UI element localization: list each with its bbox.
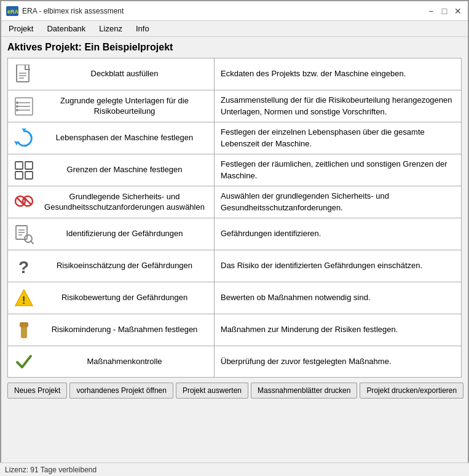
step-left-sicherheit: Grundlegende Sicherheits- und Gesundheit…	[8, 186, 215, 218]
safety-icon	[13, 191, 35, 213]
bottom-buttons: Neues Projektvorhandenes Projekt öffnenP…	[7, 383, 462, 399]
step-desc-lebensphasen: Festlegen der einzelnen Lebensphasen übe…	[215, 122, 461, 154]
search-doc-icon	[13, 223, 35, 245]
step-desc-identifizierung: Gefährdungen identifizieren.	[215, 218, 461, 250]
svg-point-10	[16, 101, 18, 104]
step-label-sicherheit: Grundlegende Sicherheits- und Gesundheit…	[40, 192, 209, 213]
step-label-risikoeinschaetzung: Risikoeinschätzung der Gefährdungen	[40, 261, 209, 271]
grid-icon	[13, 159, 35, 181]
step-row-identifizierung[interactable]: Identifizierung der GefährdungenGefährdu…	[7, 218, 462, 250]
step-left-lebensphasen: Lebensphasen der Maschine festlegen	[8, 122, 215, 154]
warning-icon: !	[13, 287, 35, 309]
svg-point-11	[16, 105, 18, 108]
step-left-risikobewertung: !Risikobewertung der Gefährdungen	[8, 282, 215, 314]
main-content: Aktives Projekt: Ein Beispielprojekt Dec…	[1, 37, 468, 418]
svg-rect-15	[15, 162, 23, 169]
cycle-icon	[13, 127, 35, 149]
maximize-button[interactable]: □	[439, 6, 449, 16]
menu-datenbank[interactable]: Datenbank	[43, 23, 89, 34]
menu-info[interactable]: Info	[132, 23, 153, 34]
step-desc-grenzen: Festlegen der räumlichen, zeitlichen und…	[215, 154, 461, 186]
step-row-risikobewertung[interactable]: !Risikobewertung der GefährdungenBewerte…	[7, 282, 462, 314]
step-row-massnahmenkontrolle[interactable]: MaßnahmenkontrolleÜberprüfung der zuvor …	[7, 346, 462, 378]
minimize-button[interactable]: −	[426, 6, 436, 16]
step-label-unterlagen: Zugrunde gelegte Unterlagen für die Risi…	[40, 96, 209, 117]
svg-line-28	[31, 241, 33, 244]
window-controls: − □ ✕	[426, 6, 463, 16]
massnahmenblatter-button[interactable]: Massnahmenblätter drucken	[251, 383, 357, 399]
svg-text:?: ?	[18, 258, 29, 276]
menu-projekt[interactable]: Projekt	[5, 23, 37, 34]
projekt-drucken-button[interactable]: Projekt drucken/exportieren	[360, 383, 463, 399]
step-row-lebensphasen[interactable]: Lebensphasen der Maschine festlegenFestl…	[7, 122, 462, 154]
step-label-massnahmenkontrolle: Maßnahmenkontrolle	[40, 357, 209, 367]
step-desc-risikominderung: Maßnahmen zur Minderung der Risiken fest…	[215, 314, 461, 346]
step-row-risikoeinschaetzung[interactable]: ?Risikoeinschätzung der GefährdungenDas …	[7, 250, 462, 282]
step-desc-risikoeinschaetzung: Das Risiko der identifizierten Gefährdun…	[215, 250, 461, 282]
step-left-risikominderung: Risikominderung - Maßnahmen festlegen	[8, 314, 215, 346]
menu-lizenz[interactable]: Lizenz	[95, 23, 126, 34]
close-button[interactable]: ✕	[453, 6, 463, 16]
project-title: Aktives Projekt: Ein Beispielprojekt	[7, 42, 462, 53]
step-left-identifizierung: Identifizierung der Gefährdungen	[8, 218, 215, 250]
step-label-grenzen: Grenzen der Maschine festlegen	[40, 165, 209, 175]
step-desc-risikobewertung: Bewerten ob Maßnahmen notwendig sind.	[215, 282, 461, 314]
step-desc-deckblatt: Eckdaten des Projekts bzw. der Maschine …	[215, 58, 461, 90]
svg-rect-16	[25, 162, 33, 169]
step-label-lebensphasen: Lebensphasen der Maschine festlegen	[40, 133, 209, 143]
step-label-risikobewertung: Risikobewertung der Gefährdungen	[40, 293, 209, 303]
step-label-risikominderung: Risikominderung - Maßnahmen festlegen	[40, 325, 209, 335]
vorhandenes-projekt-button[interactable]: vorhandenes Projekt öffnen	[69, 383, 173, 399]
step-desc-massnahmenkontrolle: Überprüfung der zuvor festgelegten Maßna…	[215, 346, 461, 377]
svg-rect-18	[25, 172, 33, 179]
tool-icon	[13, 319, 35, 341]
steps-list: Deckblatt ausfüllenEckdaten des Projekts…	[7, 58, 462, 378]
projekt-auswerten-button[interactable]: Projekt auswerten	[176, 383, 248, 399]
document-icon	[13, 63, 35, 85]
step-label-deckblatt: Deckblatt ausfüllen	[40, 69, 209, 79]
neues-projekt-button[interactable]: Neues Projekt	[7, 383, 67, 399]
app-logo: eRA	[6, 6, 18, 16]
step-row-unterlagen[interactable]: Zugrunde gelegte Unterlagen für die Risi…	[7, 90, 462, 122]
status-bar: Lizenz: 91 Tage verbleibend	[0, 462, 469, 476]
step-row-grenzen[interactable]: Grenzen der Maschine festlegenFestlegen …	[7, 154, 462, 186]
svg-text:eRA: eRA	[7, 9, 18, 15]
svg-point-12	[16, 109, 18, 111]
svg-rect-17	[15, 172, 23, 179]
step-left-unterlagen: Zugrunde gelegte Unterlagen für die Risi…	[8, 90, 215, 122]
step-left-massnahmenkontrolle: Maßnahmenkontrolle	[8, 346, 215, 377]
menu-bar: Projekt Datenbank Lizenz Info	[1, 21, 468, 37]
svg-text:!: !	[22, 295, 25, 306]
step-desc-unterlagen: Zusammenstellung der für die Risikobeurt…	[215, 90, 461, 122]
step-row-sicherheit[interactable]: Grundlegende Sicherheits- und Gesundheit…	[7, 186, 462, 218]
check-icon	[13, 351, 35, 373]
step-left-grenzen: Grenzen der Maschine festlegen	[8, 154, 215, 186]
step-desc-sicherheit: Auswählen der grundlegenden Sicherheits-…	[215, 186, 461, 218]
license-status: Lizenz: 91 Tage verbleibend	[5, 466, 97, 474]
step-row-deckblatt[interactable]: Deckblatt ausfüllenEckdaten des Projekts…	[7, 58, 462, 90]
title-bar: eRA ERA - elbimex risk assessment − □ ✕	[1, 1, 468, 21]
svg-rect-33	[20, 322, 28, 327]
list-icon	[13, 95, 35, 117]
step-row-risikominderung[interactable]: Risikominderung - Maßnahmen festlegenMaß…	[7, 314, 462, 346]
question-icon: ?	[13, 255, 35, 277]
step-label-identifizierung: Identifizierung der Gefährdungen	[40, 229, 209, 239]
step-left-risikoeinschaetzung: ?Risikoeinschätzung der Gefährdungen	[8, 250, 215, 282]
window-title: ERA - elbimex risk assessment	[22, 7, 426, 15]
step-left-deckblatt: Deckblatt ausfüllen	[8, 58, 215, 90]
